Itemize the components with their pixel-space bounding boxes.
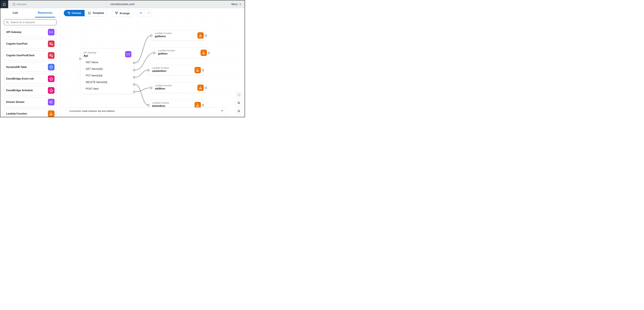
input-port[interactable] (79, 58, 81, 60)
resource-item[interactable]: Cognito UserPoolClient (4, 50, 56, 60)
output-port[interactable] (133, 76, 135, 78)
menu-button[interactable]: Menu ▼ (232, 3, 241, 6)
lambda-node[interactable]: Lambda Function addItem (151, 82, 206, 93)
output-port[interactable] (202, 69, 204, 71)
svg-rect-29 (116, 13, 117, 14)
canvas-view-button[interactable]: Canvas (64, 10, 84, 16)
canvas-area[interactable]: API Gateway Api GET /itemsGET /items/{id… (60, 18, 245, 117)
node-type: Lambda Function (152, 102, 193, 104)
zoom-out-button[interactable] (236, 108, 242, 114)
api-route[interactable]: PUT /items/{id} (84, 74, 131, 77)
tab-resources[interactable]: Resources (30, 8, 60, 18)
output-port[interactable] (133, 84, 135, 86)
template-label: Template (92, 12, 104, 15)
output-port[interactable] (133, 91, 135, 93)
topbar: Autosave tutorial/template.yaml Menu ▼ (0, 0, 245, 8)
svg-point-20 (52, 92, 52, 92)
template-view-button[interactable]: Template (84, 10, 108, 16)
node-name: Api (84, 54, 131, 58)
canvas-icon (67, 12, 70, 14)
eventbridge-icon (48, 87, 54, 94)
node-type: API Gateway (84, 51, 131, 54)
api-gateway-node-icon (125, 51, 132, 57)
lambda-node[interactable]: Lambda Function getItem (154, 48, 209, 58)
api-gateway-icon (48, 29, 54, 36)
output-port[interactable] (208, 52, 210, 54)
canvas-label: Canvas (72, 12, 81, 15)
caret-down-icon: ▼ (239, 3, 241, 5)
resource-item[interactable]: Kinesis Stream (4, 97, 56, 107)
lambda-node[interactable]: Lambda Function updateItem (148, 65, 203, 75)
api-gateway-node[interactable]: API Gateway Api GET /itemsGET /items/{id… (80, 48, 134, 94)
svg-rect-22 (68, 12, 68, 13)
output-port[interactable] (133, 62, 135, 64)
svg-rect-27 (115, 12, 116, 12)
fullscreen-icon (238, 93, 240, 96)
resource-item[interactable]: API Gateway (4, 27, 56, 37)
lambda-icon (48, 110, 54, 117)
output-port[interactable] (133, 69, 135, 71)
svg-point-14 (50, 80, 51, 80)
view-controls (236, 92, 242, 114)
search-input[interactable] (10, 21, 54, 24)
input-port[interactable] (150, 87, 152, 89)
svg-point-16 (51, 89, 52, 89)
file-icon (12, 3, 16, 6)
node-type: Lambda Function (158, 49, 199, 52)
node-type: Lambda Function (152, 67, 193, 69)
node-name: updateItem (152, 70, 193, 72)
resource-item[interactable]: Cognito UserPool (4, 39, 56, 49)
resource-label: Lambda Function (6, 112, 27, 115)
input-port[interactable] (150, 34, 152, 37)
node-type: Lambda Function (155, 84, 196, 87)
tab-list[interactable]: List (0, 8, 30, 18)
api-route[interactable]: GET /items (84, 61, 131, 64)
zoom-in-button[interactable] (236, 100, 242, 106)
lambda-node-icon (194, 102, 201, 108)
arrange-icon (115, 12, 118, 15)
sidebar: List Resources API Gateway Cognito UserP… (0, 8, 60, 117)
redo-button[interactable] (144, 10, 152, 16)
status-bar[interactable]: Connection made between Api and addItem (66, 108, 227, 114)
input-port[interactable] (147, 104, 150, 106)
svg-rect-23 (69, 12, 70, 13)
resource-item[interactable]: EventBridge Schedule (4, 86, 56, 95)
zoom-out-icon (238, 110, 240, 113)
home-icon (2, 2, 6, 6)
resource-label: DynamoDB Table (6, 66, 27, 68)
svg-line-1 (8, 23, 8, 23)
svg-rect-24 (69, 14, 70, 14)
menu-label: Menu (232, 3, 238, 6)
output-port[interactable] (202, 104, 204, 106)
node-name: addItem (155, 87, 196, 90)
api-route[interactable]: GET /items/{id} (84, 68, 131, 70)
resource-item[interactable]: Lambda Function (4, 109, 56, 117)
svg-line-37 (240, 112, 240, 112)
svg-point-15 (52, 80, 52, 80)
cognito-client-icon (48, 52, 54, 59)
api-route[interactable]: DELETE /items/{id} (84, 81, 131, 84)
resource-label: EventBridge Schedule (6, 89, 33, 92)
output-port[interactable] (205, 34, 207, 37)
input-port[interactable] (147, 69, 150, 71)
svg-point-0 (6, 21, 8, 23)
home-button[interactable] (0, 0, 8, 8)
arrange-button[interactable]: Arrange (112, 10, 134, 17)
api-route[interactable]: POST /item (84, 88, 131, 90)
input-port[interactable] (153, 52, 156, 54)
resource-label: Cognito UserPool (6, 42, 28, 45)
search-icon (6, 21, 9, 24)
undo-button[interactable] (137, 10, 144, 16)
svg-point-19 (50, 92, 51, 92)
lambda-node[interactable]: Lambda Function getItems (151, 30, 206, 41)
output-port[interactable] (205, 87, 207, 89)
chevron-down-icon (220, 109, 224, 113)
dynamodb-icon (48, 64, 54, 70)
resource-item[interactable]: EventBridge Event rule (4, 74, 56, 84)
resource-item[interactable]: DynamoDB Table (4, 62, 56, 72)
fit-view-button[interactable] (236, 92, 242, 98)
resource-label: Cognito UserPoolClient (6, 54, 34, 57)
svg-line-33 (240, 104, 240, 104)
search-box[interactable] (4, 19, 56, 25)
canvas-toolbar: Canvas Template Arrange (60, 8, 245, 18)
